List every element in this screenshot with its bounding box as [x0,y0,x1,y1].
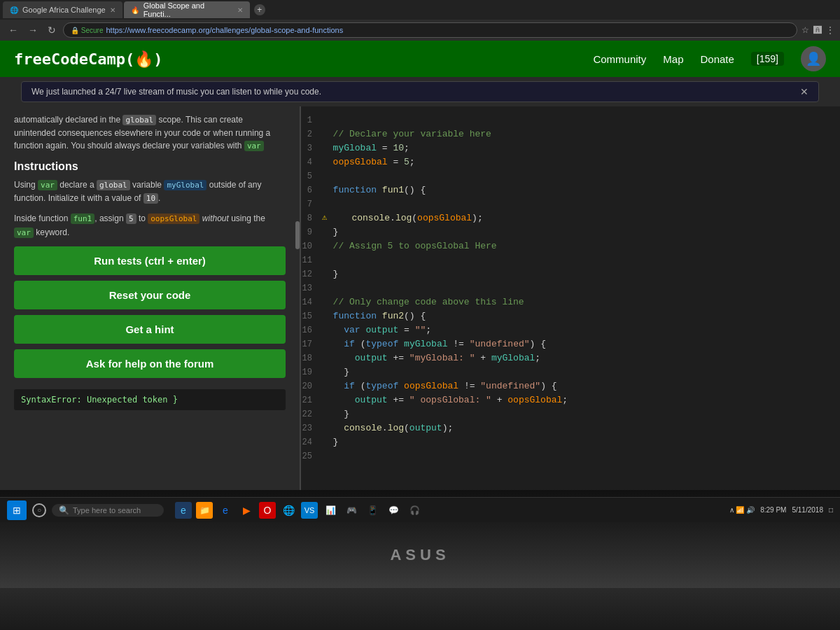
challenge-description: automatically declared in the global sco… [14,113,286,152]
code-line-16: 16 var output = ""; [301,323,840,337]
code-line-1: 1 [301,113,840,127]
address-bar: ← → ↻ 🔒 Secure https://www.freecodecamp.… [0,20,840,41]
code-line-9: 9 } [301,225,840,239]
taskbar-icons: e 📁 e ▶ O 🌐 VS 📊 🎮 📱 💬 🎧 [175,502,423,519]
instructions-text-2: Inside function fun1, assign 5 to oopsGl… [14,212,286,239]
left-panel: automatically declared in the global sco… [0,106,301,490]
code-line-23: 23 console.log(output); [301,421,840,435]
val-5: 5 [126,214,136,224]
fcc-nav: Community Map Donate [159] 👤 [593,46,826,71]
tab-1[interactable]: 🌐 Google Africa Challenge ✕ [3,1,122,18]
instructions-title: Instructions [14,160,286,173]
run-tests-button[interactable]: Run tests (ctrl + enter) [14,246,286,275]
kw-global: global [97,180,130,190]
code-line-8: 8 ⚠ console.log(oopsGlobal); [301,211,840,225]
code-line-18: 18 output += "myGlobal: " + myGlobal; [301,351,840,365]
code-line-17: 17 if (typeof myGlobal != "undefined") { [301,337,840,351]
extension-icon[interactable]: 🅰 [813,25,822,35]
code-line-11: 11 [301,253,840,267]
nav-donate[interactable]: Donate [700,53,734,65]
code-editor[interactable]: 1 2 // Declare your variable here 3 myGl… [301,106,840,490]
system-tray: ∧ 📶 🔊 [729,506,755,514]
nav-points: [159] [751,52,784,66]
code-line-21: 21 output += " oopsGlobal: " + oopsGloba… [301,393,840,407]
file-icon[interactable]: 📁 [196,502,213,519]
scroll-handle[interactable] [295,221,300,249]
browser-actions: ☆ 🅰 ⋮ [802,25,834,35]
date: 5/11/2018 [792,506,823,514]
back-button[interactable]: ← [6,23,21,37]
code-line-6: 6 function fun1() { [301,183,840,197]
taskbar-search[interactable]: 🔍 Type here to search [52,504,164,517]
laptop-bottom: ⊞ ○ 🔍 Type here to search e 📁 e ▶ O 🌐 VS… [0,490,840,630]
refresh-button[interactable]: ↻ [45,23,59,37]
clock: 8:29 PM [760,506,786,514]
keyword-global: global [122,115,156,125]
edge2-icon[interactable]: e [217,502,234,519]
code-line-25: 25 [301,449,840,463]
error-output: SyntaxError: Unexpected token } [14,389,286,410]
forward-button[interactable]: → [25,23,41,37]
code-line-20: 20 if (typeof oopsGlobal != "undefined")… [301,379,840,393]
warning-icon: ⚠ [322,212,327,223]
bookmark-icon[interactable]: ☆ [802,25,809,35]
val-10: 10 [144,193,158,204]
fcc-header: freeCodeCamp(🔥) Community Map Donate [15… [0,41,840,77]
browser-chrome: 🌐 Google Africa Challenge ✕ 🔥 Global Sco… [0,0,840,41]
kw-myGlobal: myGlobal [164,180,206,190]
search-icon: 🔍 [59,505,69,515]
keyboard-area [0,588,840,630]
vscode-icon[interactable]: VS [301,502,318,519]
app1-icon[interactable]: 📊 [322,502,339,519]
code-line-14: 14 // Only change code above this line [301,295,840,309]
instructions-text-1: Using var declare a global variable myGl… [14,178,286,205]
get-hint-button[interactable]: Get a hint [14,315,286,344]
app5-icon[interactable]: 🎧 [406,502,423,519]
code-line-13: 13 [301,281,840,295]
code-line-22: 22 } [301,407,840,421]
reset-button[interactable]: Reset your code [14,281,286,309]
menu-icon[interactable]: ⋮ [826,25,834,35]
kw-var-1: var [38,180,57,190]
code-line-2: 2 // Declare your variable here [301,127,840,141]
tab-close-1[interactable]: ✕ [110,6,115,14]
code-line-3: 3 myGlobal = 10; [301,141,840,155]
forum-help-button[interactable]: Ask for help on the forum [14,349,286,378]
app4-icon[interactable]: 💬 [385,502,402,519]
fn-fun1: fun1 [71,214,95,224]
search-circle-button[interactable]: ○ [32,503,46,517]
app3-icon[interactable]: 📱 [364,502,381,519]
keyword-var: var [244,141,264,151]
start-button[interactable]: ⊞ [7,500,27,520]
code-line-24: 24 } [301,435,840,449]
opera-icon[interactable]: O [259,502,276,519]
avatar[interactable]: 👤 [801,46,826,71]
notification-bar: We just launched a 24/7 live stream of m… [21,81,819,102]
fcc-main: automatically declared in the global sco… [0,106,840,490]
show-desktop[interactable]: □ [829,506,833,514]
url-bar[interactable]: 🔒 Secure https://www.freecodecamp.org/ch… [63,22,797,38]
fcc-app: freeCodeCamp(🔥) Community Map Donate [15… [0,41,840,490]
code-line-15: 15 function fun2() { [301,309,840,323]
tab-bar: 🌐 Google Africa Challenge ✕ 🔥 Global Sco… [0,0,840,20]
code-line-10: 10 // Assign 5 to oopsGlobal Here [301,239,840,253]
edge-icon[interactable]: e [175,502,192,519]
new-tab-button[interactable]: + [254,4,265,15]
kw-var-2: var [14,227,34,238]
code-line-5: 5 [301,169,840,183]
notification-text: We just launched a 24/7 live stream of m… [31,87,321,97]
notification-close[interactable]: ✕ [800,86,808,97]
secure-icon: 🔒 Secure [71,27,103,34]
taskbar-right: ∧ 📶 🔊 8:29 PM 5/11/2018 □ [729,506,833,514]
nav-community[interactable]: Community [593,53,646,65]
tab-close-2[interactable]: ✕ [237,6,243,14]
app2-icon[interactable]: 🎮 [343,502,360,519]
taskbar: ⊞ ○ 🔍 Type here to search e 📁 e ▶ O 🌐 VS… [0,497,840,522]
media-icon[interactable]: ▶ [238,502,255,519]
chrome-icon[interactable]: 🌐 [280,502,297,519]
nav-map[interactable]: Map [663,53,683,65]
code-line-4: 4 oopsGlobal = 5; [301,155,840,169]
tab-2[interactable]: 🔥 Global Scope and Functi... ✕ [124,1,250,18]
code-line-7: 7 [301,197,840,211]
laptop-body: ASUS [0,522,840,588]
